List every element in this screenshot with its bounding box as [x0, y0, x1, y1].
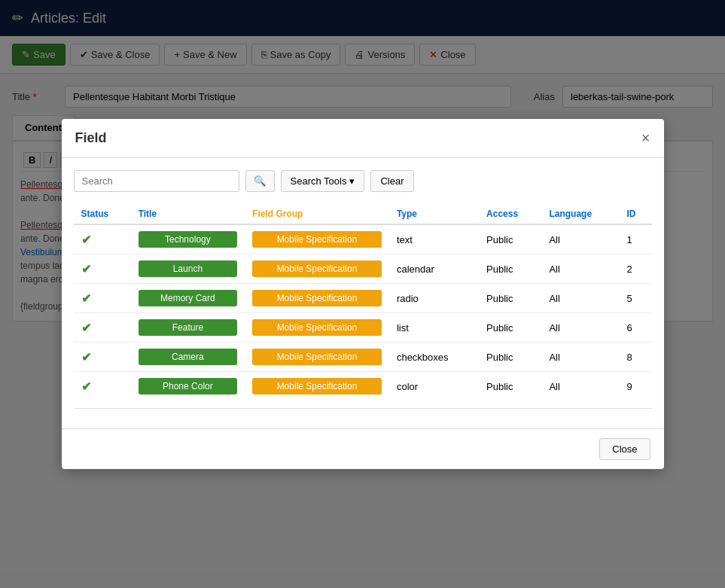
- caret-down-icon: ▾: [349, 175, 355, 187]
- modal-close-button[interactable]: ×: [641, 129, 650, 147]
- cell-status: ✔: [74, 284, 131, 313]
- cell-field-group: Mobile Specification: [245, 284, 389, 313]
- modal-title: Field: [75, 130, 107, 146]
- cell-language: All: [541, 224, 619, 254]
- modal-body: 🔍 Search Tools ▾ Clear Status Title Fiel…: [62, 158, 664, 334]
- table-row[interactable]: ✔ Memory Card Mobile Specification radio…: [74, 284, 652, 313]
- col-status: Status: [74, 204, 131, 224]
- cell-field-group: Mobile Specification: [245, 254, 389, 284]
- col-type[interactable]: Type: [389, 204, 479, 224]
- cell-access: Public: [479, 224, 541, 254]
- table-header-row: Status Title Field Group Type Access Lan…: [74, 204, 652, 224]
- modal-overlay: Field × 🔍 Search Tools ▾ Clear S: [0, 0, 725, 334]
- cell-status: ✔: [74, 224, 131, 254]
- cell-title[interactable]: Feature: [131, 313, 245, 334]
- col-id[interactable]: ID: [619, 204, 651, 224]
- col-field-group[interactable]: Field Group: [245, 204, 389, 224]
- col-access[interactable]: Access: [479, 204, 541, 224]
- search-input[interactable]: [74, 170, 239, 192]
- cell-language: All: [541, 254, 619, 284]
- cell-access: Public: [479, 313, 541, 334]
- cell-access: Public: [479, 284, 541, 313]
- cell-field-group: Mobile Specification: [245, 224, 389, 254]
- cell-id: 6: [619, 313, 651, 334]
- cell-title[interactable]: Memory Card: [131, 284, 245, 313]
- cell-id: 2: [619, 254, 651, 284]
- table-row[interactable]: ✔ Technology Mobile Specification text P…: [74, 224, 652, 254]
- cell-status: ✔: [74, 254, 131, 284]
- cell-access: Public: [479, 254, 541, 284]
- search-bar: 🔍 Search Tools ▾ Clear: [74, 170, 652, 192]
- table-row[interactable]: ✔ Feature Mobile Specification list Publ…: [74, 313, 652, 334]
- cell-id: 5: [619, 284, 651, 313]
- cell-status: ✔: [74, 313, 131, 334]
- field-modal: Field × 🔍 Search Tools ▾ Clear S: [62, 119, 664, 334]
- table-row[interactable]: ✔ Launch Mobile Specification calendar P…: [74, 254, 652, 284]
- field-table: Status Title Field Group Type Access Lan…: [74, 204, 652, 334]
- magnify-icon: 🔍: [254, 175, 267, 187]
- search-tools-button[interactable]: Search Tools ▾: [281, 170, 365, 192]
- cell-type: radio: [389, 284, 479, 313]
- col-title[interactable]: Title: [131, 204, 245, 224]
- search-submit-button[interactable]: 🔍: [245, 170, 275, 192]
- cell-title[interactable]: Technology: [131, 224, 245, 254]
- cell-language: All: [541, 313, 619, 334]
- cell-type: calendar: [389, 254, 479, 284]
- cell-id: 1: [619, 224, 651, 254]
- clear-button[interactable]: Clear: [370, 170, 413, 192]
- col-language[interactable]: Language: [541, 204, 619, 224]
- cell-type: list: [389, 313, 479, 334]
- cell-language: All: [541, 284, 619, 313]
- cell-type: text: [389, 224, 479, 254]
- cell-title[interactable]: Launch: [131, 254, 245, 284]
- cell-field-group: Mobile Specification: [245, 313, 389, 334]
- modal-header: Field ×: [62, 119, 664, 158]
